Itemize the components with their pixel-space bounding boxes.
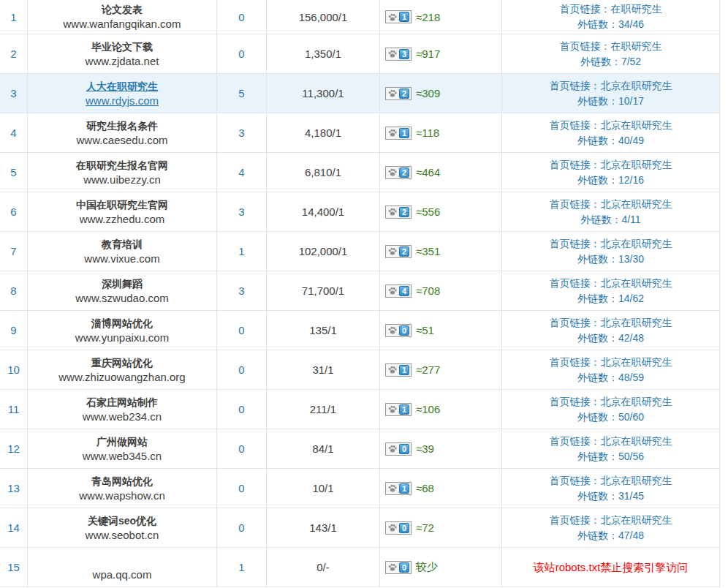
- ratio-cell: 1,350/1: [267, 34, 380, 73]
- estimated-traffic: ≈464: [416, 166, 440, 178]
- site-url-link[interactable]: www.uibezzy.cn: [83, 173, 161, 187]
- site-url-link[interactable]: www.web345.cn: [83, 449, 162, 464]
- site-name-link[interactable]: 在职研究生报名官网: [76, 158, 168, 173]
- ratio-cell: 14,400/1: [267, 192, 380, 231]
- site-name-link[interactable]: 研究生报名条件: [86, 118, 158, 133]
- baidu-weight-badge[interactable]: 3: [385, 48, 412, 61]
- baidu-weight-badge[interactable]: 2: [385, 206, 412, 219]
- baidu-index-count: 5: [238, 87, 244, 99]
- baidu-weight-badge[interactable]: 0: [385, 324, 412, 337]
- site-name-link[interactable]: 中国在职研究生官网: [76, 197, 168, 212]
- weight-cell: 4 ≈708: [380, 271, 502, 310]
- site-name-link[interactable]: 广州做网站: [96, 434, 148, 449]
- backlinks-text: 外链数：34/46: [577, 17, 644, 32]
- site-url-link[interactable]: www.yunpaixu.com: [75, 331, 169, 345]
- weight-cell: 0 较少: [380, 548, 502, 587]
- site-url-link[interactable]: www.zhizuowangzhan.org: [58, 370, 185, 385]
- rank-cell: 5: [0, 153, 28, 192]
- backlinks-text: 外链数：7/52: [580, 54, 641, 69]
- ratio-cell: 143/1: [267, 508, 380, 547]
- site-name-link[interactable]: 青岛网站优化: [91, 474, 153, 489]
- table-row: 1 论文发表 www.wanfangqikan.com 0 156,000/1: [0, 0, 720, 34]
- baidu-weight-badge[interactable]: 0: [385, 561, 412, 574]
- baidu-weight-badge[interactable]: 1: [385, 403, 412, 416]
- baidu-weight-badge[interactable]: 1: [385, 363, 412, 377]
- baidu-weight-badge[interactable]: 0: [385, 442, 412, 456]
- site-url-link[interactable]: www.seobot.cn: [86, 528, 159, 543]
- site-name-link[interactable]: 论文发表: [102, 2, 143, 17]
- site-name-link[interactable]: 人大在职研究生: [86, 79, 158, 94]
- row-index: 8: [10, 284, 16, 297]
- ratio-cell: 6,810/1: [267, 153, 380, 192]
- site-url-link[interactable]: www.wapshow.cn: [79, 489, 165, 503]
- baidu-weight-badge[interactable]: 2: [385, 166, 412, 179]
- table-row: 5 在职研究生报名官网 www.uibezzy.cn 4 6,810/1: [0, 153, 720, 192]
- site-url-link[interactable]: www.szwudao.com: [75, 291, 169, 306]
- site-url-link[interactable]: wpa.qq.com: [93, 568, 152, 582]
- weight-cell: 2 ≈464: [380, 153, 502, 192]
- site-url-link[interactable]: www.vixue.com: [84, 252, 159, 266]
- table-body: 1 论文发表 www.wanfangqikan.com 0 156,000/1: [0, 0, 720, 587]
- estimated-traffic: ≈309: [416, 87, 440, 99]
- site-url-link[interactable]: www.wanfangqikan.com: [64, 17, 181, 31]
- site-name-link[interactable]: 教育培训: [102, 237, 143, 252]
- rank-cell: 6: [0, 192, 28, 231]
- baidu-weight-badge[interactable]: 1: [385, 482, 412, 495]
- ratio-cell: 31/1: [267, 350, 380, 389]
- count-cell: 1: [217, 548, 267, 587]
- count-cell: 0: [217, 311, 267, 350]
- baidu-weight-badge[interactable]: 1: [385, 127, 412, 140]
- paw-icon: [388, 524, 397, 532]
- count-cell: 5: [217, 74, 267, 113]
- table-row: 6 中国在职研究生官网 www.zzhedu.com 3 14,400/1: [0, 192, 720, 232]
- site-url-link[interactable]: www.zjdata.net: [86, 54, 159, 69]
- site-name-link[interactable]: 深圳舞蹈: [102, 276, 143, 291]
- table-row: 9 淄博网站优化 www.yunpaixu.com 0 135/1: [0, 311, 720, 350]
- rank-cell: 2: [0, 34, 28, 73]
- site-cell: 广州做网站 www.web345.cn: [28, 429, 217, 468]
- homepage-link-text: 首页链接：北京在职研究生: [550, 434, 672, 449]
- site-cell: 研究生报名条件 www.caesedu.com: [28, 113, 217, 152]
- backlinks-text: 外链数：50/60: [577, 410, 644, 425]
- site-name-link[interactable]: 重庆网站优化: [91, 355, 153, 370]
- site-url-link[interactable]: www.rdyjs.com: [86, 94, 159, 108]
- weight-number: 3: [399, 49, 409, 59]
- baidu-weight-badge[interactable]: 2: [385, 87, 412, 100]
- link-info-cell: 首页链接：北京在职研究生 外链数：50/60: [502, 390, 720, 429]
- site-name-link[interactable]: 毕业论文下载: [91, 39, 153, 54]
- link-info-cell: 首页链接：在职研究生 外链数：34/46: [502, 0, 720, 34]
- estimated-traffic: ≈72: [416, 521, 434, 534]
- ratio-cell: 211/1: [267, 390, 380, 429]
- weight-number: 0: [399, 325, 409, 336]
- estimated-traffic: ≈118: [416, 127, 439, 139]
- estimated-traffic: ≈277: [416, 363, 440, 376]
- weight-number: 1: [399, 12, 409, 22]
- link-info-cell: 首页链接：在职研究生 外链数：7/52: [502, 34, 720, 73]
- row-index: 12: [7, 442, 20, 455]
- row-index: 7: [10, 245, 16, 257]
- weight-cell: 1 ≈218: [380, 0, 502, 34]
- site-url-link[interactable]: www.zzhedu.com: [80, 212, 165, 227]
- baidu-weight-badge[interactable]: 0: [385, 521, 412, 535]
- site-url-link[interactable]: www.web234.cn: [83, 410, 162, 424]
- baidu-weight-badge[interactable]: 1: [385, 10, 412, 23]
- site-name-link[interactable]: 石家庄网站制作: [86, 395, 158, 410]
- site-name-link[interactable]: 关键词seo优化: [88, 513, 156, 528]
- link-info-cell: 首页链接：北京在职研究生 外链数：12/16: [502, 153, 720, 192]
- baidu-weight-badge[interactable]: 2: [385, 245, 412, 258]
- weight-number: 1: [399, 483, 409, 494]
- serp-competitor-table: 1 论文发表 www.wanfangqikan.com 0 156,000/1: [0, 0, 720, 587]
- weight-number: 2: [399, 246, 409, 257]
- backlinks-text: 外链数：14/62: [577, 291, 644, 306]
- paw-icon: [388, 563, 397, 571]
- site-url-link[interactable]: www.caesedu.com: [76, 133, 167, 148]
- baidu-weight-badge[interactable]: 4: [385, 284, 412, 298]
- baidu-index-count: 0: [238, 403, 244, 415]
- rank-cell: 11: [0, 390, 28, 429]
- homepage-link-text: 首页链接：北京在职研究生: [550, 473, 672, 489]
- collection-ratio: 11,300/1: [302, 87, 344, 99]
- estimated-traffic: ≈68: [416, 482, 434, 494]
- count-cell: 0: [217, 390, 267, 429]
- link-info-cell: 首页链接：北京在职研究生 外链数：13/30: [502, 232, 720, 271]
- site-name-link[interactable]: 淄博网站优化: [91, 316, 153, 331]
